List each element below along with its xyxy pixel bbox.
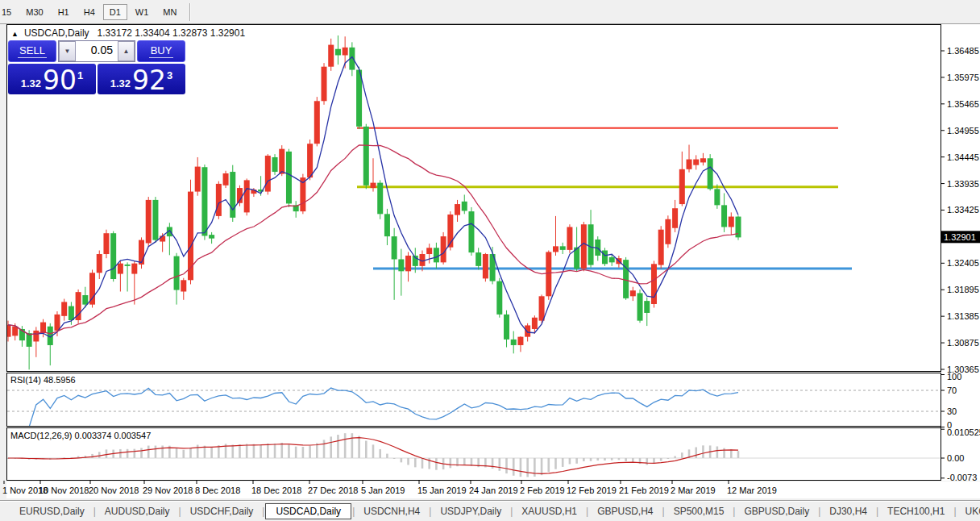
svg-text:21 Feb 2019: 21 Feb 2019 [619, 486, 669, 495]
candle-body [125, 265, 131, 266]
sell-button[interactable]: SELL [8, 40, 56, 62]
candle-body [265, 156, 271, 192]
candle-body [644, 301, 650, 313]
candle-body [665, 219, 671, 244]
candle-body [483, 254, 488, 278]
candle-body [455, 204, 460, 215]
tab-usdchf-daily[interactable]: USDCHF,Daily [182, 503, 262, 519]
svg-text:24 Jan 2019: 24 Jan 2019 [469, 486, 518, 495]
tab-separator: | [662, 506, 665, 517]
one-click-trading-panel: SELL ▼ 0.05 ▲ BUY 1.32 90 1 1.32 92 3 [8, 40, 185, 94]
macd-indicator-label: MACD(12,26,9) 0.003374 0.003547 [10, 431, 151, 440]
candle-body [462, 202, 467, 211]
tab-gbpusd-daily[interactable]: GBPUSD,Daily [736, 503, 817, 519]
svg-text:1.32901: 1.32901 [944, 232, 976, 242]
timeframe-button-H1[interactable]: H1 [52, 4, 76, 20]
tab-separator: | [953, 506, 956, 517]
candle-body [328, 45, 334, 67]
svg-text:2 Mar 2019: 2 Mar 2019 [671, 486, 716, 495]
tab-sp500-m15[interactable]: SP500,M15 [666, 503, 733, 519]
candle-body [279, 149, 284, 174]
svg-text:1.36485: 1.36485 [947, 46, 979, 56]
candle-body [539, 296, 545, 320]
candle-body [693, 160, 699, 165]
candle-body [307, 144, 313, 177]
candle-body [139, 240, 144, 265]
tab-xauusd-h1[interactable]: XAUUSD,H1 [513, 503, 585, 519]
candle-body [468, 211, 474, 252]
timeframe-button-MN[interactable]: MN [156, 4, 183, 20]
tab-usdcnh-h4[interactable]: USDCNH,H4 [355, 503, 428, 519]
candle-body [504, 315, 509, 340]
trading-platform-window: 15M30H1H4D1W1MN 1.364851.359751.354651.3… [0, 0, 980, 521]
candle-body [637, 293, 643, 320]
svg-text:27 Dec 2018: 27 Dec 2018 [308, 486, 358, 495]
candle-body [27, 333, 32, 347]
svg-text:5 Jan 2019: 5 Jan 2019 [361, 486, 405, 495]
tab-separator: | [876, 506, 878, 517]
svg-text:0.010525: 0.010525 [947, 427, 980, 437]
buy-price-display[interactable]: 1.32 92 3 [98, 64, 185, 94]
volume-input[interactable]: 0.05 [76, 41, 118, 61]
candle-body [152, 200, 158, 240]
candle-body [532, 318, 538, 329]
tab-separator: | [733, 506, 735, 517]
svg-text:1.34445: 1.34445 [947, 152, 979, 162]
candle-body [384, 214, 390, 236]
sell-price-display[interactable]: 1.32 90 1 [8, 64, 96, 94]
tab-separator: | [429, 506, 431, 517]
tab-usdcad-daily[interactable]: USDCAD,Daily [265, 503, 351, 519]
candle-body [322, 67, 327, 102]
svg-text:1.31895: 1.31895 [947, 285, 979, 294]
candle-body [517, 337, 523, 345]
candle-body [475, 252, 481, 266]
candle-body [61, 302, 67, 315]
candle-body [131, 264, 137, 274]
candle-body [560, 246, 566, 250]
svg-text:0.00: 0.00 [947, 453, 964, 463]
candle-body [434, 248, 439, 262]
buy-button[interactable]: BUY [137, 40, 185, 62]
candle-body [195, 167, 201, 192]
tab-gbpusd-h4[interactable]: GBPUSD,H4 [589, 503, 661, 519]
candle-body [609, 257, 615, 262]
timeframe-button-H4[interactable]: H4 [77, 4, 102, 20]
timeframe-button-M30[interactable]: M30 [19, 4, 49, 20]
candle-body [602, 251, 608, 265]
candle-body [679, 169, 685, 204]
svg-text:12 Feb 2019: 12 Feb 2019 [567, 486, 617, 495]
svg-text:1.35465: 1.35465 [947, 99, 979, 109]
tab-usdjpy-daily[interactable]: USDJPY,Daily [432, 503, 509, 519]
tab-separator: | [262, 506, 264, 517]
candle-body [54, 315, 60, 331]
volume-decrease-button[interactable]: ▼ [59, 41, 76, 61]
candle-body [708, 158, 713, 189]
svg-text:1.33935: 1.33935 [947, 179, 979, 189]
candle-body [89, 273, 95, 304]
timeframe-button-15[interactable]: 15 [0, 4, 18, 20]
tab-dj30-h4[interactable]: DJ30,H4 [821, 503, 875, 519]
candle-body [588, 224, 594, 265]
svg-text:29 Nov 2018: 29 Nov 2018 [143, 486, 193, 495]
candle-body [553, 246, 559, 252]
candle-body [441, 236, 446, 262]
candle-body [160, 235, 165, 241]
svg-text:1.34955: 1.34955 [947, 126, 979, 135]
tab-separator: | [818, 506, 820, 517]
tab-ukc[interactable]: UKC [957, 503, 980, 519]
candle-body [33, 331, 39, 342]
candle-body [174, 256, 180, 290]
timeframe-button-D1[interactable]: D1 [103, 4, 127, 20]
svg-text:8 Dec 2018: 8 Dec 2018 [195, 486, 240, 495]
volume-increase-button[interactable]: ▲ [118, 41, 135, 61]
candle-body [630, 290, 636, 296]
timeframe-button-W1[interactable]: W1 [129, 4, 156, 20]
candle-body [110, 233, 116, 279]
tab-eurusd-daily[interactable]: EURUSD,Daily [11, 503, 93, 519]
candle-body [335, 49, 341, 56]
sell-price-pipette: 1 [77, 69, 83, 81]
tab-separator: | [179, 506, 181, 517]
collapse-panel-icon[interactable]: ▲ [11, 30, 19, 38]
tab-tech100-h1[interactable]: TECH100,H1 [879, 503, 953, 519]
tab-audusd-daily[interactable]: AUDUSD,Daily [97, 503, 178, 519]
